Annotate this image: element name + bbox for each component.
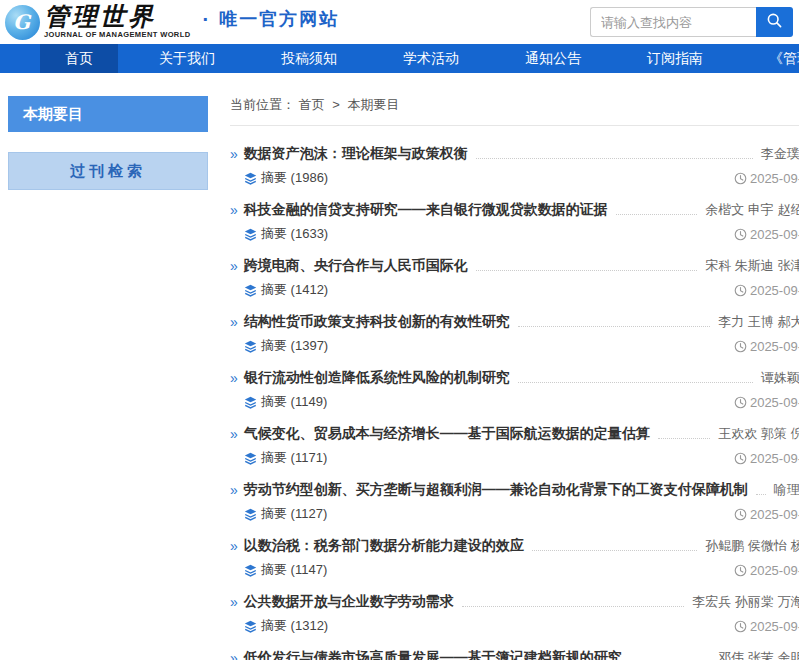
abstract-label: 摘要 (1412) (261, 281, 328, 299)
nav-item[interactable]: 首页 (40, 44, 118, 73)
search-icon (766, 12, 783, 32)
abstract-label: 摘要 (1147) (261, 561, 327, 579)
article-authors: 李力 王博 郝大鹏 (718, 312, 799, 331)
article-item: » 公共数据开放与企业数字劳动需求 李宏兵 孙丽棠 万海远 摘要 (1312) … (230, 592, 799, 635)
date-text: 2025-09-01 (750, 171, 799, 186)
main-nav: 首页关于我们投稿须知学术活动通知公告订阅指南《管理世界》智库 (0, 44, 799, 73)
article-authors: 余楷文 申宇 赵绍阳 (705, 200, 799, 219)
article-date: 2025-09-01 (734, 395, 799, 410)
breadcrumb-home-link[interactable]: 首页 (299, 97, 325, 112)
dotted-leader (658, 438, 710, 439)
abstract-link[interactable]: 摘要 (1127) (244, 505, 327, 523)
nav-item[interactable]: 订阅指南 (622, 44, 728, 73)
article-date: 2025-09-01 (734, 451, 799, 466)
article-title-link[interactable]: 公共数据开放与企业数字劳动需求 (244, 592, 454, 611)
journal-name-cn: 管理世界 (44, 5, 191, 29)
main-column: 当前位置： 首页 > 本期要目 » 数据资产泡沫：理论框架与政策权衡 李金璞 等… (230, 96, 799, 660)
abstract-link[interactable]: 摘要 (1171) (244, 449, 327, 467)
article-meta-row: 摘要 (1171) 2025-09-01 (230, 449, 799, 467)
dotted-leader (518, 326, 710, 327)
chevron-right-icon: » (230, 649, 238, 660)
abstract-link[interactable]: 摘要 (1149) (244, 393, 327, 411)
dotted-leader (462, 606, 684, 607)
article-title-link[interactable]: 银行流动性创造降低系统性风险的机制研究 (244, 368, 510, 387)
search-input[interactable] (590, 7, 756, 37)
article-authors: 王欢欢 郭策 倪童 (718, 424, 799, 443)
site-logo[interactable]: G 管理世界 JOURNAL OF MANAGEMENT WORLD (5, 5, 191, 40)
article-meta-row: 摘要 (1633) 2025-09-01 (230, 225, 799, 243)
abstract-link[interactable]: 摘要 (1147) (244, 561, 327, 579)
article-title-row: » 银行流动性创造降低系统性风险的机制研究 谭姝颖 等 (230, 368, 799, 387)
article-authors: 喻理 等 (774, 480, 799, 499)
abstract-link[interactable]: 摘要 (1986) (244, 169, 328, 187)
breadcrumb-current: 本期要目 (347, 97, 399, 112)
abstract-label: 摘要 (1127) (261, 505, 327, 523)
article-authors: 李宏兵 孙丽棠 万海远 (692, 592, 799, 611)
tagline-text: 唯一官方网站 (219, 7, 339, 31)
article-title-link[interactable]: 数据资产泡沫：理论框架与政策权衡 (244, 144, 468, 163)
dotted-leader (476, 158, 753, 159)
layers-icon (244, 340, 257, 353)
nav-item[interactable]: 投稿须知 (256, 44, 362, 73)
date-text: 2025-09-01 (750, 283, 799, 298)
article-title-row: » 数据资产泡沫：理论框架与政策权衡 李金璞 等 (230, 144, 799, 163)
date-text: 2025-09-01 (750, 339, 799, 354)
chevron-right-icon: » (230, 201, 238, 219)
abstract-link[interactable]: 摘要 (1412) (244, 281, 328, 299)
article-item: » 劳动节约型创新、买方垄断与超额利润——兼论自动化背景下的工资支付保障机制 喻… (230, 480, 799, 523)
article-title-link[interactable]: 科技金融的信贷支持研究——来自银行微观贷款数据的证据 (244, 200, 608, 219)
chevron-right-icon: » (230, 313, 238, 331)
nav-item[interactable]: 《管理世界》智库 (744, 44, 799, 73)
clock-icon (734, 564, 747, 577)
article-meta-row: 摘要 (1147) 2025-09-01 (230, 561, 799, 579)
article-title-link[interactable]: 气候变化、贸易成本与经济增长——基于国际航运数据的定量估算 (244, 424, 650, 443)
clock-icon (734, 508, 747, 521)
official-site-tagline: · 唯一官方网站 (203, 7, 340, 31)
date-text: 2025-09-01 (750, 227, 799, 242)
page-content: 本期要目 过刊检索 当前位置： 首页 > 本期要目 » 数据资产泡沫：理论框架与… (0, 73, 799, 660)
site-header: G 管理世界 JOURNAL OF MANAGEMENT WORLD · 唯一官… (0, 0, 799, 44)
article-title-link[interactable]: 结构性货币政策支持科技创新的有效性研究 (244, 312, 510, 331)
article-item: » 科技金融的信贷支持研究——来自银行微观贷款数据的证据 余楷文 申宇 赵绍阳 … (230, 200, 799, 243)
abstract-link[interactable]: 摘要 (1633) (244, 225, 328, 243)
article-title-row: » 气候变化、贸易成本与经济增长——基于国际航运数据的定量估算 王欢欢 郭策 倪… (230, 424, 799, 443)
article-meta-row: 摘要 (1312) 2025-09-01 (230, 617, 799, 635)
chevron-right-icon: » (230, 537, 238, 555)
abstract-link[interactable]: 摘要 (1397) (244, 337, 328, 355)
abstract-link[interactable]: 摘要 (1312) (244, 617, 328, 635)
article-list: » 数据资产泡沫：理论框架与政策权衡 李金璞 等 摘要 (1986) 2025-… (230, 144, 799, 660)
abstract-label: 摘要 (1397) (261, 337, 328, 355)
sidebar-item-archive-search[interactable]: 过刊检索 (8, 152, 208, 190)
article-title-link[interactable]: 劳动节约型创新、买方垄断与超额利润——兼论自动化背景下的工资支付保障机制 (244, 480, 748, 499)
article-title-link[interactable]: 以数治税：税务部门数据分析能力建设的效应 (244, 536, 524, 555)
layers-icon (244, 396, 257, 409)
article-item: » 数据资产泡沫：理论框架与政策权衡 李金璞 等 摘要 (1986) 2025-… (230, 144, 799, 187)
article-title-row: » 劳动节约型创新、买方垄断与超额利润——兼论自动化背景下的工资支付保障机制 喻… (230, 480, 799, 499)
layers-icon (244, 172, 257, 185)
search-button[interactable] (756, 7, 793, 37)
article-title-link[interactable]: 低价发行与债券市场高质量发展——基于簿记建档新规的研究 (244, 648, 622, 660)
article-meta-row: 摘要 (1127) 2025-09-01 (230, 505, 799, 523)
article-date: 2025-09-01 (734, 283, 799, 298)
nav-item[interactable]: 学术活动 (378, 44, 484, 73)
clock-icon (734, 452, 747, 465)
layers-icon (244, 564, 257, 577)
chevron-right-icon: » (230, 481, 238, 499)
nav-item[interactable]: 关于我们 (134, 44, 240, 73)
article-title-link[interactable]: 跨境电商、央行合作与人民币国际化 (244, 256, 468, 275)
date-text: 2025-09-01 (750, 563, 799, 578)
clock-icon (734, 228, 747, 241)
article-item: » 银行流动性创造降低系统性风险的机制研究 谭姝颖 等 摘要 (1149) 20… (230, 368, 799, 411)
article-date: 2025-09-01 (734, 507, 799, 522)
breadcrumb-separator: > (332, 97, 340, 112)
clock-icon (734, 620, 747, 633)
logo-monogram: G (13, 12, 30, 32)
article-item: » 结构性货币政策支持科技创新的有效性研究 李力 王博 郝大鹏 摘要 (1397… (230, 312, 799, 355)
article-date: 2025-09-01 (734, 339, 799, 354)
chevron-right-icon: » (230, 257, 238, 275)
nav-item[interactable]: 通知公告 (500, 44, 606, 73)
article-item: » 以数治税：税务部门数据分析能力建设的效应 孙鲲鹏 侯微怡 杨凡 摘要 (11… (230, 536, 799, 579)
abstract-label: 摘要 (1171) (261, 449, 327, 467)
article-meta-row: 摘要 (1149) 2025-09-01 (230, 393, 799, 411)
sidebar-item-current-issue[interactable]: 本期要目 (8, 96, 208, 132)
